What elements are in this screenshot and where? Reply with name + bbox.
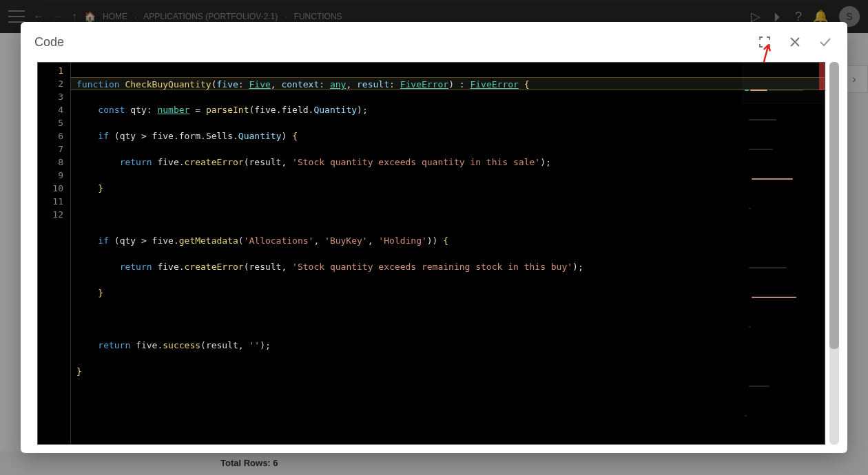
vertical-scrollbar[interactable] [829,62,839,445]
confirm-button[interactable] [817,34,834,50]
line-number: 3 [38,90,63,103]
check-icon [818,35,832,49]
line-number: 12 [38,208,63,221]
line-number: 7 [38,142,63,156]
line-number: 2 [38,77,63,90]
line-number: 1 [38,64,63,77]
line-number: 5 [38,116,63,129]
line-number: 11 [38,195,63,208]
modal-header: Code [21,22,847,62]
line-number: 4 [38,103,63,116]
scrollbar-thumb[interactable] [829,62,839,349]
modal-title: Code [34,35,64,50]
line-gutter: 1 2 3 4 5 6 7 8 9 10 11 12 [38,63,71,444]
minimap[interactable] [742,63,825,104]
code-editor[interactable]: 1 2 3 4 5 6 7 8 9 10 11 12 function Chec… [37,62,825,445]
line-number: 9 [38,169,63,182]
code-content[interactable]: function CheckBuyQuantity(five: Five, co… [71,63,825,444]
fullscreen-button[interactable] [756,34,773,50]
fullscreen-icon [759,36,770,48]
line-number: 8 [38,156,63,169]
close-icon [789,36,801,48]
code-modal: Code 1 2 3 [21,22,847,453]
close-button[interactable] [787,34,803,50]
line-number: 10 [38,182,63,195]
line-number: 6 [38,129,63,142]
